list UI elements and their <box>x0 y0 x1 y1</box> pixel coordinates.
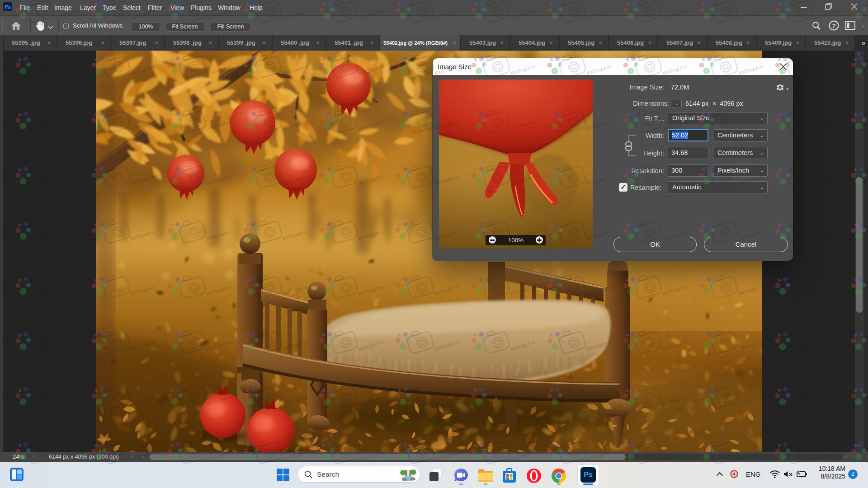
svg-text:?: ? <box>832 23 836 29</box>
svg-text:100%: 100% <box>508 237 524 244</box>
